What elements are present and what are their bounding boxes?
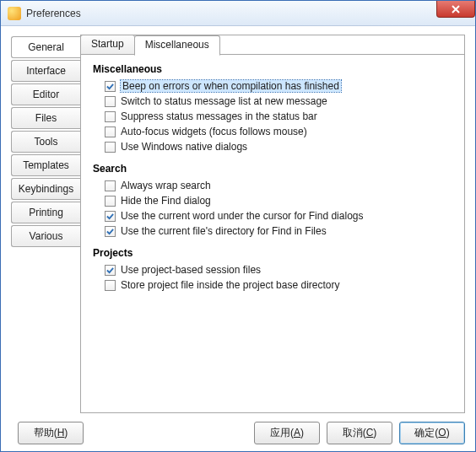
sidebar-item-templates[interactable]: Templates [11,154,80,176]
checkbox-row[interactable]: Use the current file's directory for Fin… [93,223,452,239]
section-title-misc: Miscellaneous [93,63,452,75]
section-title-projects: Projects [93,247,452,259]
dialog-body: GeneralInterfaceEditorFilesToolsTemplate… [1,26,475,451]
checkbox[interactable] [105,111,116,122]
sidebar-item-general[interactable]: General [11,36,80,58]
checkbox-label: Use project-based session files [121,264,261,276]
tab-content: Miscellaneous Beep on errors or when com… [81,54,464,412]
top-tabs: StartupMiscellaneous [80,35,464,55]
checkbox-label: Use the current word under the cursor fo… [121,210,363,222]
apply-button[interactable]: 应用(A) [254,422,320,444]
checkbox-row[interactable]: Use project-based session files [93,262,452,277]
checkbox[interactable] [105,180,116,191]
section-title-search: Search [93,163,452,175]
help-button[interactable]: 帮助(H) [18,422,84,444]
sidebar-item-keybindings[interactable]: Keybindings [11,178,80,200]
checkbox-label: Suppress status messages in the status b… [121,110,317,122]
checkbox-row[interactable]: Hide the Find dialog [93,193,452,208]
sidebar-item-interface[interactable]: Interface [11,60,80,82]
checkbox-label: Store project file inside the project ba… [121,279,339,291]
checkbox[interactable] [105,226,116,237]
button-bar: 帮助(H) 应用(A) 取消(C) 确定(O) [11,413,465,444]
checkbox-label: Always wrap search [121,180,211,191]
checkbox[interactable] [105,265,116,276]
checkbox[interactable] [105,280,116,291]
checkbox[interactable] [105,81,116,92]
checkbox-row[interactable]: Switch to status message list at new mes… [93,94,452,109]
close-icon [452,5,460,13]
ok-button[interactable]: 确定(O) [399,422,465,444]
checkbox-row[interactable]: Suppress status messages in the status b… [93,109,452,124]
checkbox-row[interactable]: Use the current word under the cursor fo… [93,208,452,223]
titlebar[interactable]: Preferences [1,1,475,26]
checkbox-label: Auto-focus widgets (focus follows mouse) [121,126,307,137]
close-button[interactable] [436,1,475,18]
checkbox-row[interactable]: Store project file inside the project ba… [93,277,452,293]
checkbox-label: Hide the Find dialog [121,195,211,207]
sidebar: GeneralInterfaceEditorFilesToolsTemplate… [11,36,80,413]
content-pane: StartupMiscellaneous Miscellaneous Beep … [80,35,465,413]
checkbox[interactable] [105,196,116,207]
checkbox[interactable] [105,142,116,153]
window-title: Preferences [26,8,81,19]
checkbox[interactable] [105,211,116,222]
sidebar-item-various[interactable]: Various [11,225,80,247]
app-icon [8,7,21,20]
checkbox-row[interactable]: Auto-focus widgets (focus follows mouse) [93,124,452,139]
checkbox-row[interactable]: Always wrap search [93,178,452,193]
sidebar-item-files[interactable]: Files [11,107,80,129]
checkbox-row[interactable]: Beep on errors or when compilation has f… [93,78,452,94]
sidebar-item-editor[interactable]: Editor [11,83,80,105]
preferences-window: Preferences GeneralInterfaceEditorFilesT… [0,0,476,452]
checkbox-label: Switch to status message list at new mes… [121,95,327,107]
checkbox-label: Use Windows native dialogs [121,141,247,153]
checkbox-row[interactable]: Use Windows native dialogs [93,139,452,154]
sidebar-item-printing[interactable]: Printing [11,202,80,223]
checkbox[interactable] [105,126,116,137]
main-area: GeneralInterfaceEditorFilesToolsTemplate… [11,35,465,413]
sidebar-item-tools[interactable]: Tools [11,131,80,153]
checkbox-label: Beep on errors or when compilation has f… [121,80,341,92]
checkbox-label: Use the current file's directory for Fin… [121,225,327,237]
tab-startup[interactable]: Startup [80,35,135,55]
tab-miscellaneous[interactable]: Miscellaneous [134,35,220,56]
checkbox[interactable] [105,96,116,107]
cancel-button[interactable]: 取消(C) [327,422,392,444]
